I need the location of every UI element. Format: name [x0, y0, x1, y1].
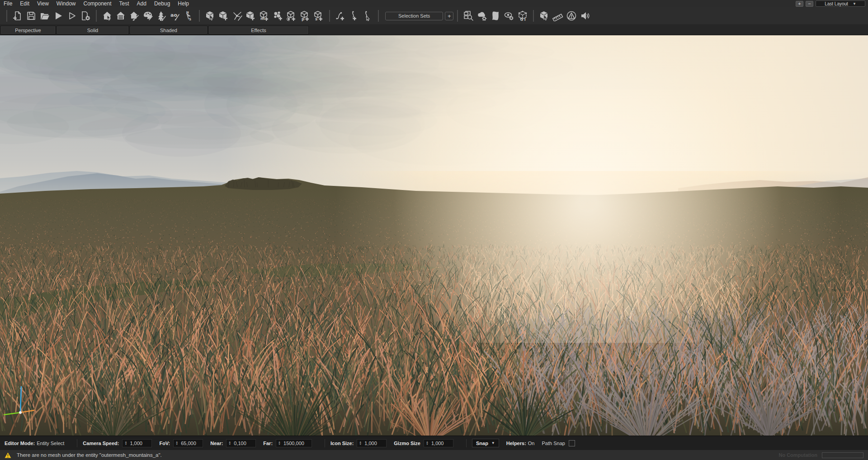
visibility-settings-button[interactable]	[502, 9, 516, 23]
export-settings-button[interactable]	[79, 9, 92, 23]
add-spline-button[interactable]	[347, 9, 361, 23]
cloud-settings-button[interactable]	[475, 9, 489, 23]
terrain-select-button[interactable]	[100, 9, 114, 23]
gizmo-size-value: 1,000	[431, 441, 451, 446]
scene-render[interactable]	[0, 35, 868, 436]
new-level-button[interactable]	[11, 9, 24, 23]
add-mesh-entity-button[interactable]	[258, 9, 271, 23]
add-light-entity-button[interactable]	[285, 9, 298, 23]
spinner-arrows[interactable]: ▲▼	[175, 441, 178, 446]
save-button[interactable]	[24, 9, 38, 23]
palette-brush-icon	[142, 10, 153, 21]
icon-size-input[interactable]: ▲▼ 1,000	[357, 439, 387, 447]
object-select-button[interactable]	[203, 9, 217, 23]
vertex-snap-button[interactable]	[231, 9, 244, 23]
divider	[325, 439, 325, 447]
viewport-mode-solid[interactable]: Solid	[57, 26, 129, 34]
add-particle-button[interactable]	[271, 9, 285, 23]
ruler-icon	[552, 10, 563, 21]
add-layout-button[interactable]: +	[796, 1, 803, 7]
camera-speed-value: 1,000	[130, 441, 150, 446]
path-snap-checkbox[interactable]	[569, 440, 575, 446]
add-solid-button[interactable]	[312, 9, 326, 23]
menu-debug[interactable]: Debug	[154, 0, 170, 7]
cube-m-plus-icon	[259, 10, 270, 21]
icon-size-label: Icon Size:	[330, 441, 354, 446]
measurement-tool-button[interactable]	[551, 9, 565, 23]
spinner-arrows[interactable]: ▲▼	[228, 441, 231, 446]
fov-field: FoV: ▲▼ 65,000	[159, 439, 203, 447]
menu-component[interactable]: Component	[84, 0, 112, 7]
near-label: Near:	[210, 441, 223, 446]
add-prefab-button[interactable]	[298, 9, 312, 23]
simulate-button[interactable]	[65, 9, 79, 23]
object-picker-button[interactable]	[538, 9, 551, 23]
path-snap-field: Path Snap	[542, 440, 575, 446]
material-paint-button[interactable]	[141, 9, 155, 23]
terrain-paint-button[interactable]	[127, 9, 141, 23]
toolbar-grip[interactable]	[199, 10, 200, 22]
editor-window: File Edit View Window Component Test Add…	[0, 0, 868, 460]
environment-compass-button[interactable]	[182, 9, 195, 23]
menu-test[interactable]: Test	[119, 0, 129, 7]
add-selection-set-button[interactable]: +	[445, 12, 453, 20]
add-object-button[interactable]	[217, 9, 231, 23]
new-level-icon	[12, 10, 23, 21]
viewport-camera-dropdown[interactable]: Perspective	[0, 26, 56, 34]
spinner-arrows[interactable]: ▲▼	[124, 441, 127, 446]
selection-sets-button[interactable]: Selection Sets	[385, 12, 443, 20]
camera-speed-input[interactable]: ▲▼ 1,000	[122, 439, 152, 447]
terrain-modify-button[interactable]	[114, 9, 127, 23]
warning-icon	[5, 452, 11, 458]
remove-layout-button[interactable]: −	[806, 1, 813, 7]
menu-edit[interactable]: Edit	[20, 0, 29, 7]
warning-message[interactable]: There are no mesh under the entity "oute…	[17, 452, 162, 458]
add-path-button[interactable]	[334, 9, 347, 23]
toolbar-grip[interactable]	[96, 10, 97, 22]
asset-browser-button[interactable]	[462, 9, 475, 23]
toolbar-grip[interactable]	[457, 10, 458, 22]
menu-view[interactable]: View	[37, 0, 49, 7]
spinner-arrows[interactable]: ▲▼	[426, 441, 429, 446]
editor-mode-label: Editor Mode:	[5, 441, 35, 446]
edit-path-button[interactable]	[361, 9, 374, 23]
road-tool-button[interactable]	[565, 9, 578, 23]
viewport-3d[interactable]	[0, 35, 868, 436]
helpers-label: Helpers:	[506, 441, 526, 446]
toolbar-grip[interactable]	[378, 10, 379, 22]
toolbar-grip[interactable]	[329, 10, 330, 22]
fov-input[interactable]: ▲▼ 65,000	[173, 439, 203, 447]
warning-circle-icon	[566, 10, 577, 21]
menu-help[interactable]: Help	[178, 0, 189, 7]
snap-dropdown[interactable]: Snap ▼	[472, 439, 499, 447]
helpers-value: On	[528, 441, 535, 446]
layout-dropdown[interactable]: Last Layout ▼	[816, 0, 865, 7]
ao-paint-button[interactable]	[168, 9, 182, 23]
helpers-field[interactable]: Helpers: On	[506, 441, 535, 446]
spinner-arrows[interactable]: ▲▼	[359, 441, 362, 446]
open-button[interactable]	[38, 9, 52, 23]
layout-dropdown-label: Last Layout	[825, 1, 848, 6]
viewport-mode-effects[interactable]: Effects	[208, 26, 309, 34]
cloth-tool-button[interactable]	[489, 9, 502, 23]
menu-window[interactable]: Window	[57, 0, 76, 7]
audio-controls-button[interactable]	[578, 9, 592, 23]
cube-s-plus-icon	[313, 10, 324, 21]
global-illumination-button[interactable]	[516, 9, 529, 23]
spinner-arrows[interactable]: ▲▼	[278, 441, 281, 446]
menu-file[interactable]: File	[4, 0, 12, 7]
message-bar: There are no mesh under the entity "oute…	[0, 450, 868, 460]
add-object-small-button[interactable]	[244, 9, 258, 23]
eye-gear-icon	[504, 10, 514, 21]
vertex-brush-icon	[232, 10, 243, 21]
gizmo-size-input[interactable]: ▲▼ 1,000	[424, 439, 453, 447]
toolbar-grip[interactable]	[6, 10, 7, 22]
vegetation-paint-button[interactable]	[155, 9, 168, 23]
viewport-mode-shaded[interactable]: Shaded	[130, 26, 208, 34]
menu-add[interactable]: Add	[137, 0, 146, 7]
toolbar-grip[interactable]	[533, 10, 534, 22]
play-game-button[interactable]	[52, 9, 65, 23]
far-input[interactable]: ▲▼ 1500,000	[276, 439, 312, 447]
fov-label: FoV:	[159, 441, 170, 446]
near-input[interactable]: ▲▼ 0,100	[226, 439, 256, 447]
